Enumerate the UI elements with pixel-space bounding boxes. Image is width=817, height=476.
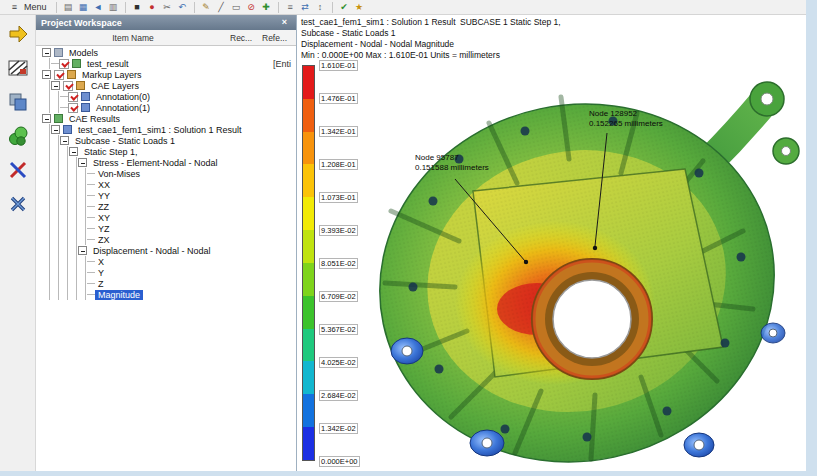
tree-wire bbox=[60, 91, 68, 102]
graphics-viewport[interactable]: test_cae1_fem1_sim1 : Solution 1 Result … bbox=[297, 15, 806, 471]
model-icon bbox=[54, 48, 63, 57]
fea-model[interactable] bbox=[355, 51, 801, 467]
tree-wire bbox=[87, 168, 95, 179]
fill-icon[interactable]: ■ bbox=[131, 1, 144, 14]
list-icon[interactable]: ≡ bbox=[284, 1, 297, 14]
star-icon[interactable]: ★ bbox=[353, 1, 366, 14]
tree-row-markup-layers[interactable]: Markup Layers bbox=[36, 69, 296, 80]
axes-icon[interactable] bbox=[7, 159, 29, 181]
tree-row-zz[interactable]: ZZ bbox=[36, 201, 296, 212]
annotation-node-value: 0.152265 millimeters bbox=[589, 119, 663, 129]
swap-icon[interactable]: ⇄ bbox=[299, 1, 312, 14]
cross-icon[interactable] bbox=[7, 193, 29, 215]
tree-row-xy[interactable]: XY bbox=[36, 212, 296, 223]
tree-row-magnitude[interactable]: Magnitude bbox=[36, 289, 296, 300]
hatch-box-icon[interactable] bbox=[7, 57, 29, 79]
legend-band bbox=[303, 427, 314, 460]
expander-icon[interactable] bbox=[78, 246, 87, 255]
column-refe[interactable]: Refe... bbox=[262, 33, 296, 43]
grid-icon[interactable]: ▦ bbox=[77, 1, 90, 14]
checkbox-checked-icon[interactable] bbox=[63, 81, 73, 91]
annotation-node-value: 0.151588 millimeters bbox=[415, 163, 489, 173]
column-item-name[interactable]: Item Name bbox=[36, 33, 230, 43]
updown-icon[interactable]: ↕ bbox=[314, 1, 327, 14]
model-view[interactable] bbox=[355, 51, 801, 467]
tree-wire bbox=[87, 190, 95, 201]
tree-row-z[interactable]: Z bbox=[36, 278, 296, 289]
tree-row-models[interactable]: Models bbox=[36, 47, 296, 58]
layers-icon[interactable] bbox=[7, 91, 29, 113]
tree-row-x[interactable]: X bbox=[36, 256, 296, 267]
check-icon[interactable]: ✔ bbox=[338, 1, 351, 14]
result-component: Displacement - Nodal - Nodal Magnitude bbox=[301, 39, 500, 50]
annotation-icon bbox=[81, 103, 90, 112]
tree-row-test-result[interactable]: test_result [Enti bbox=[36, 58, 296, 69]
expander-icon[interactable] bbox=[69, 147, 78, 156]
expander-icon[interactable] bbox=[60, 136, 69, 145]
pen-icon[interactable]: ✎ bbox=[200, 1, 213, 14]
undo-icon[interactable]: ↶ bbox=[176, 1, 189, 14]
paste-icon[interactable]: ▤ bbox=[62, 1, 75, 14]
nosym-icon[interactable]: ⊘ bbox=[245, 1, 258, 14]
tree-row-stress[interactable]: Stress - Element-Nodal - Nodal bbox=[36, 157, 296, 168]
workspace-tree: Models test_result [Enti Markup Layers bbox=[36, 46, 296, 471]
annotation-icon bbox=[81, 92, 90, 101]
back-icon[interactable]: ◄ bbox=[92, 1, 105, 14]
tree-row-cae-results[interactable]: CAE Results bbox=[36, 113, 296, 124]
annotation-node-95787[interactable]: Node 95787 0.151588 millimeters bbox=[415, 153, 489, 173]
toolbar-separator bbox=[278, 2, 279, 13]
expander-icon[interactable] bbox=[51, 125, 60, 134]
close-icon[interactable]: × bbox=[278, 17, 291, 28]
tree-indent bbox=[42, 234, 87, 245]
legend-value: 9.393E-02 bbox=[319, 225, 358, 236]
panel-icon[interactable]: ▥ bbox=[107, 1, 120, 14]
tree-indent bbox=[42, 135, 60, 146]
tree-row-displacement[interactable]: Displacement - Nodal - Nodal bbox=[36, 245, 296, 256]
tree-wire bbox=[87, 179, 95, 190]
legend-color-bar[interactable] bbox=[302, 65, 315, 461]
checkbox-checked-icon[interactable] bbox=[68, 103, 78, 113]
expander-icon[interactable] bbox=[42, 70, 51, 79]
tree-row-cae-layers[interactable]: CAE Layers bbox=[36, 80, 296, 91]
tree-row-yy[interactable]: YY bbox=[36, 190, 296, 201]
tree-column-header: Item Name Rec... Refe... bbox=[36, 30, 296, 46]
tree-row-annotation-1[interactable]: Annotation(1) bbox=[36, 102, 296, 113]
line-icon[interactable]: ╱ bbox=[215, 1, 228, 14]
annotation-node-128952[interactable]: Node 128952 0.152265 millimeters bbox=[589, 109, 663, 129]
cut-icon[interactable]: ✂ bbox=[161, 1, 174, 14]
rect-icon[interactable]: ▭ bbox=[230, 1, 243, 14]
checkbox-checked-icon[interactable] bbox=[54, 70, 64, 80]
tree-row-xx[interactable]: XX bbox=[36, 179, 296, 190]
column-rec[interactable]: Rec... bbox=[230, 33, 262, 43]
tree-row-subcase[interactable]: Subcase - Static Loads 1 bbox=[36, 135, 296, 146]
expander-icon[interactable] bbox=[78, 158, 87, 167]
tree-label: Annotation(0) bbox=[93, 92, 153, 102]
record-icon[interactable]: ● bbox=[146, 1, 159, 14]
tree-indent bbox=[42, 223, 87, 234]
tree-row-von-mises[interactable]: Von-Mises bbox=[36, 168, 296, 179]
tree-wire bbox=[87, 289, 95, 300]
hamburger-icon: ≡ bbox=[8, 1, 21, 14]
tree-row-yz[interactable]: YZ bbox=[36, 223, 296, 234]
checkbox-checked-icon[interactable] bbox=[68, 92, 78, 102]
tree-label: Z bbox=[95, 279, 107, 289]
spheres-icon[interactable] bbox=[7, 125, 29, 147]
plus-icon[interactable]: ✚ bbox=[260, 1, 273, 14]
fit-arrow-icon[interactable] bbox=[7, 23, 29, 45]
tree-row-annotation-0[interactable]: Annotation(0) bbox=[36, 91, 296, 102]
menu-label: Menu bbox=[24, 2, 47, 12]
tree-row-y[interactable]: Y bbox=[36, 267, 296, 278]
checkbox-checked-icon[interactable] bbox=[59, 59, 69, 69]
expander-icon[interactable] bbox=[42, 48, 51, 57]
expander-icon[interactable] bbox=[51, 81, 60, 90]
tree-row-solution-result[interactable]: test_cae1_fem1_sim1 : Solution 1 Result bbox=[36, 124, 296, 135]
legend-band bbox=[303, 394, 314, 427]
menu-button[interactable]: ≡ Menu bbox=[4, 1, 51, 14]
tree-row-zx[interactable]: ZX bbox=[36, 234, 296, 245]
panel-title-bar[interactable]: Project Workspace × bbox=[36, 15, 296, 30]
tree-indent bbox=[42, 58, 51, 69]
tree-row-static-step[interactable]: Static Step 1, bbox=[36, 146, 296, 157]
expander-icon[interactable] bbox=[42, 114, 51, 123]
tree-wire bbox=[87, 223, 95, 234]
annotation-node-label: Node 95787 bbox=[415, 153, 489, 163]
